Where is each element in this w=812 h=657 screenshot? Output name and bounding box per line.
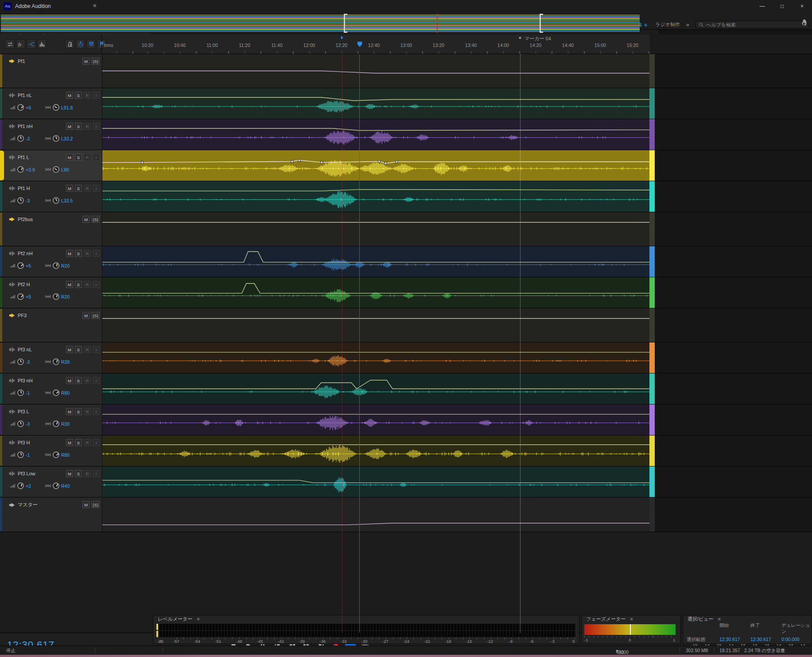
volume-value[interactable]: -3 [26, 136, 37, 141]
monitor-input-button[interactable]: I [93, 123, 100, 130]
track-header[interactable]: Pf1 H M S R I -3 L33.5 [0, 181, 102, 212]
volume-value[interactable]: -3 [26, 421, 37, 427]
window-control-button[interactable]: — [752, 0, 772, 12]
monitor-input-button[interactable]: I [93, 185, 100, 192]
help-search-input[interactable] [706, 22, 805, 27]
track-header[interactable]: Pf2 nH M S R I +5 R20 [0, 246, 102, 277]
pan-value[interactable]: R30 [61, 421, 73, 427]
mute-button[interactable]: M [66, 92, 73, 99]
solo-button[interactable]: S [75, 281, 82, 288]
arm-record-button[interactable]: R [84, 408, 91, 415]
mute-button[interactable]: M [66, 281, 73, 288]
track-header[interactable]: Pf3 Low M S R I +2 R40 [0, 467, 102, 497]
track-header[interactable]: Pf2bus M (S) [0, 212, 102, 246]
volume-knob[interactable] [17, 451, 24, 458]
solo-button[interactable]: S [75, 470, 82, 477]
solo-button[interactable]: (S) [91, 216, 100, 223]
pan-value[interactable]: R40 [61, 483, 73, 489]
window-control-button[interactable]: □ [772, 0, 792, 12]
mute-button[interactable]: M [66, 123, 73, 130]
track-lane-content[interactable] [102, 88, 649, 119]
solo-button[interactable]: S [75, 408, 82, 415]
monitor-input-button[interactable]: I [93, 154, 100, 161]
monitor-input-button[interactable]: I [93, 470, 100, 477]
pan-knob[interactable] [53, 482, 59, 489]
solo-button[interactable]: S [75, 250, 82, 257]
navigator-left-handle[interactable] [344, 14, 345, 33]
mute-button[interactable]: M [66, 154, 73, 161]
pan-value[interactable]: L33.5 [61, 198, 73, 203]
mute-button[interactable]: M [82, 58, 89, 65]
mute-button[interactable]: M [66, 408, 73, 415]
track-lane-content[interactable] [102, 150, 649, 181]
workspace-tab[interactable]: ラジオ制作 ≡ [655, 21, 680, 28]
volume-value[interactable]: +6 [26, 105, 37, 110]
volume-value[interactable]: -1 [26, 390, 37, 396]
selection-start-marker[interactable] [341, 36, 343, 39]
solo-button[interactable]: S [75, 346, 82, 353]
window-control-button[interactable]: × [792, 0, 812, 12]
level-meter-menu-icon[interactable]: ≡ [197, 616, 199, 622]
track-lane-content[interactable] [102, 435, 649, 466]
timeline-tool-button[interactable]: fx [16, 39, 25, 49]
track-lane-content[interactable] [102, 181, 649, 212]
solo-button[interactable]: S [75, 185, 82, 192]
volume-value[interactable]: +3.9 [26, 167, 37, 172]
navigator-view-range[interactable] [344, 14, 541, 33]
track-header[interactable]: Pf2 H M S R I +5 R20 [0, 277, 102, 308]
marker-flag-icon[interactable] [518, 36, 523, 41]
track-header[interactable]: PF3 M (S) [0, 308, 102, 342]
marker-04[interactable]: マーカー 04 [518, 35, 551, 42]
pan-knob[interactable] [53, 293, 59, 300]
pan-value[interactable]: R80 [61, 452, 73, 458]
selection-duration-value[interactable]: 0:00.000 [781, 637, 812, 643]
arm-record-button[interactable]: R [84, 154, 91, 161]
volume-knob[interactable] [17, 197, 24, 204]
monitor-input-button[interactable]: I [93, 439, 100, 446]
pan-knob[interactable] [53, 197, 59, 204]
track-header[interactable]: Pf1 M (S) [0, 54, 102, 88]
mute-button[interactable]: M [66, 250, 73, 257]
volume-knob[interactable] [17, 358, 24, 365]
mute-button[interactable]: M [66, 377, 73, 384]
track-header[interactable]: マスター M (S) [0, 498, 102, 532]
snap-tool-button[interactable] [86, 39, 96, 49]
solo-button[interactable]: S [75, 92, 82, 99]
volume-value[interactable]: +2 [26, 483, 37, 489]
arm-record-button[interactable]: R [84, 470, 91, 477]
volume-knob[interactable] [17, 389, 24, 396]
volume-value[interactable]: -3 [26, 359, 37, 365]
monitor-input-button[interactable]: I [93, 408, 100, 415]
pan-value[interactable]: L90 [61, 167, 73, 172]
volume-knob[interactable] [17, 166, 24, 173]
track-lane-content[interactable] [102, 277, 649, 308]
track-header[interactable]: Pf1 L M S R I +3.9 L90 [0, 150, 102, 181]
selection-view-menu-icon[interactable]: ≡ [718, 616, 721, 622]
track-header[interactable]: Pf3 L M S R I -3 R30 [0, 404, 102, 435]
solo-button[interactable]: S [75, 154, 82, 161]
phase-meter-menu-icon[interactable]: ≡ [630, 616, 633, 622]
pan-knob[interactable] [53, 135, 59, 142]
monitor-input-button[interactable]: I [93, 250, 100, 257]
pan-value[interactable]: L91.8 [61, 105, 73, 110]
monitor-input-button[interactable]: I [93, 346, 100, 353]
timeline-tool-button[interactable] [5, 39, 15, 49]
pan-knob[interactable] [53, 358, 59, 365]
track-lane-content[interactable] [102, 246, 649, 277]
track-header[interactable]: Pf3 H M S R I -1 R80 [0, 435, 102, 466]
volume-knob[interactable] [17, 135, 24, 142]
arm-record-button[interactable]: R [84, 123, 91, 130]
hand-tool-icon[interactable] [801, 19, 808, 26]
track-lane-content[interactable] [102, 308, 649, 342]
volume-value[interactable]: +5 [26, 294, 37, 299]
volume-knob[interactable] [17, 420, 24, 427]
track-lane-content[interactable] [102, 342, 649, 373]
solo-button[interactable]: S [75, 439, 82, 446]
pan-knob[interactable] [53, 166, 59, 173]
track-lane-content[interactable] [102, 498, 649, 532]
timeline-tool-button[interactable] [27, 39, 36, 49]
more-workspaces-button[interactable]: » [686, 21, 689, 28]
monitor-input-button[interactable]: I [93, 281, 100, 288]
arm-record-button[interactable]: R [84, 92, 91, 99]
snap-tool-button[interactable] [65, 39, 74, 49]
